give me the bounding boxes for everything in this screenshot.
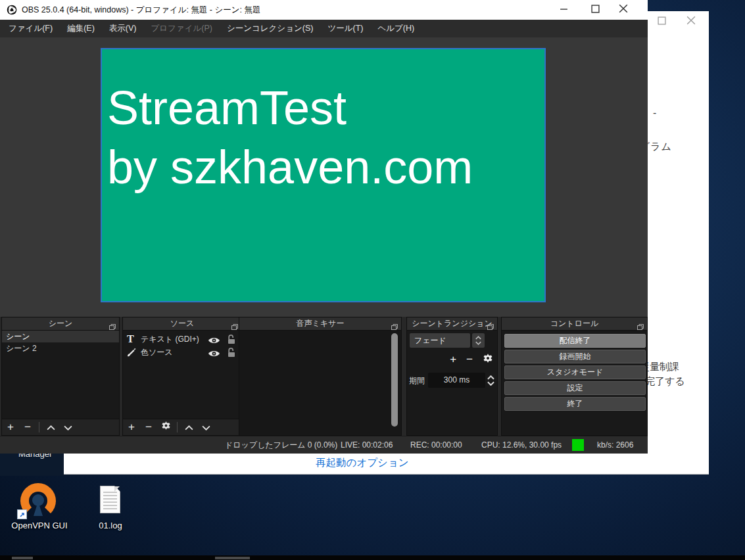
menu-view[interactable]: 表示(V) (102, 20, 144, 37)
desktop-icon-openvpn[interactable]: OpenVPN GUI (7, 483, 72, 532)
bg-text-dash: - (653, 107, 656, 119)
desktop-icon-log[interactable]: 01.log (90, 483, 131, 532)
panel-title: シーン (49, 318, 73, 329)
canvas-text: StreamTestby szkhaven.com (102, 49, 544, 197)
scene-list: シーン シーン 2 (2, 331, 119, 354)
popout-icon[interactable] (109, 321, 116, 333)
preview-area[interactable]: StreamTestby szkhaven.com (0, 37, 648, 317)
source-item[interactable]: 色ソース (123, 346, 241, 359)
close-icon (686, 16, 696, 28)
duration-spinbox[interactable]: 300 ms (428, 373, 485, 388)
taskbar[interactable] (0, 555, 745, 560)
toolbar-separator (177, 422, 178, 432)
panel-title: 音声ミキサー (297, 318, 345, 329)
scene-item[interactable]: シーン (2, 331, 119, 342)
maximize-icon (591, 4, 600, 16)
move-scene-down-button[interactable] (59, 419, 76, 435)
exit-button[interactable]: 終了 (504, 397, 646, 411)
icon-label: 01.log (90, 521, 131, 530)
mixer-scrollbar[interactable] (391, 333, 398, 427)
rec-time-text: REC: 00:00:00 (410, 436, 462, 454)
add-transition-button[interactable]: + (450, 354, 456, 365)
controls-panel: コントロール 配信終了 録画開始 スタジオモード 設定 終了 (501, 317, 648, 436)
controls-panel-header[interactable]: コントロール (502, 317, 647, 331)
menu-help[interactable]: ヘルプ(H) (370, 20, 421, 37)
restart-options-link[interactable]: 再起動のオプション (316, 456, 409, 470)
scene-item[interactable]: シーン 2 (2, 342, 119, 354)
bg-text-complete: 完了する (645, 375, 685, 388)
source-list: T テキスト (GDI+) 色ソース (123, 331, 241, 359)
program-canvas[interactable]: StreamTestby szkhaven.com (101, 48, 546, 302)
menu-scene-collection[interactable]: シーンコレクション(S) (220, 20, 321, 37)
menu-profile[interactable]: プロファイル(P) (143, 20, 219, 37)
menu-edit[interactable]: 編集(E) (60, 20, 102, 37)
menu-tools[interactable]: ツール(T) (320, 20, 370, 37)
scene-transitions-panel: シーントランジション フェード + − 期間 300 ms (406, 317, 498, 436)
bg-close-button[interactable] (684, 15, 698, 28)
shortcut-arrow-icon (17, 509, 27, 519)
popout-icon[interactable] (637, 321, 644, 333)
panel-title: シーントランジション (412, 318, 493, 329)
brush-icon (126, 347, 137, 362)
remove-source-button[interactable]: − (140, 419, 157, 435)
minimize-icon (560, 4, 568, 16)
source-properties-gear-icon[interactable] (157, 419, 174, 435)
transition-properties-gear-icon[interactable] (483, 353, 493, 366)
scenes-toolbar: + − (2, 419, 119, 435)
studio-mode-button[interactable]: スタジオモード (504, 365, 646, 379)
obs-statusbar: ドロップしたフレーム 0 (0.0%) LIVE: 00:02:06 REC: … (0, 436, 648, 454)
close-icon (619, 4, 628, 16)
add-source-button[interactable]: + (123, 419, 140, 435)
sources-toolbar: + − (123, 419, 241, 435)
taskbar-segment (12, 557, 33, 559)
add-scene-button[interactable]: + (2, 419, 19, 435)
scenes-panel-header[interactable]: シーン (2, 317, 119, 331)
move-source-up-button[interactable] (180, 419, 197, 435)
move-source-down-button[interactable] (197, 419, 214, 435)
obs-logo-icon (7, 5, 17, 18)
visibility-eye-icon[interactable] (208, 348, 220, 362)
duration-label: 期間 (409, 375, 425, 386)
popout-icon[interactable] (231, 321, 238, 333)
bitrate-text: kb/s: 2606 (597, 436, 633, 454)
sources-panel: ソース T テキスト (GDI+) 色ソース (122, 317, 242, 436)
mixer-content (239, 331, 401, 435)
duration-spin-arrows[interactable] (486, 373, 496, 388)
source-item[interactable]: T テキスト (GDI+) (123, 333, 241, 346)
audio-mixer-panel: 音声ミキサー (239, 317, 402, 436)
obs-window: OBS 25.0.4 (64-bit, windows) - プロファイル: 無… (0, 0, 648, 454)
menu-file[interactable]: ファイル(F) (1, 20, 60, 37)
toolbar-separator (39, 422, 39, 432)
transitions-toolbar: + − (450, 353, 493, 366)
maximize-icon (658, 16, 666, 28)
panel-title: ソース (170, 318, 195, 329)
maximize-button[interactable] (585, 0, 605, 20)
sources-panel-header[interactable]: ソース (123, 317, 241, 331)
transition-select-spinner[interactable] (472, 333, 485, 348)
mixer-panel-header[interactable]: 音声ミキサー (239, 317, 401, 331)
taskbar-segment (215, 557, 250, 559)
window-title: OBS 25.0.4 (64-bit, windows) - プロファイル: 無… (22, 0, 261, 20)
text-source-icon: T (127, 333, 134, 346)
scenes-panel: シーン シーン シーン 2 + − (1, 317, 120, 436)
stop-streaming-button[interactable]: 配信終了 (504, 334, 646, 348)
minimize-button[interactable] (554, 0, 573, 20)
remove-transition-button[interactable]: − (466, 354, 473, 365)
transitions-panel-header[interactable]: シーントランジション (407, 317, 497, 331)
cpu-usage-text: CPU: 12.6%, 30.00 fps (481, 436, 562, 454)
document-icon (100, 486, 120, 513)
settings-button[interactable]: 設定 (504, 381, 646, 395)
close-button[interactable] (613, 0, 633, 20)
start-recording-button[interactable]: 録画開始 (504, 350, 646, 363)
live-time-text: LIVE: 00:02:06 (341, 436, 393, 454)
move-scene-up-button[interactable] (42, 419, 59, 435)
remove-scene-button[interactable]: − (19, 419, 36, 435)
bg-maximize-button[interactable] (654, 15, 669, 28)
popout-icon[interactable] (487, 321, 494, 333)
transition-select[interactable]: フェード (410, 333, 470, 348)
icon-label: OpenVPN GUI (7, 521, 72, 530)
panel-title: コントロール (550, 318, 598, 329)
obs-titlebar[interactable]: OBS 25.0.4 (64-bit, windows) - プロファイル: 無… (0, 0, 648, 20)
lock-open-icon[interactable] (227, 347, 236, 362)
obs-menubar: ファイル(F) 編集(E) 表示(V) プロファイル(P) シーンコレクション(… (0, 20, 648, 37)
